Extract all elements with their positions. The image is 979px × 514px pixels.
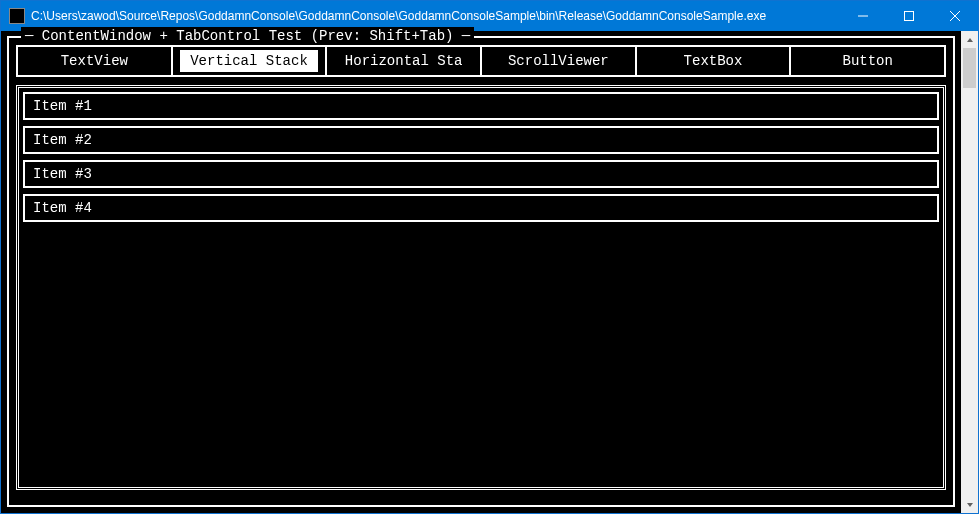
app-window: C:\Users\zawod\Source\Repos\GoddamnConso… — [0, 0, 979, 514]
client-area: ─ ContentWindow + TabControl Test (Prev:… — [1, 31, 978, 513]
tab-scrollviewer[interactable]: ScrollViewer — [480, 45, 637, 77]
list-item-label: Item #2 — [33, 132, 92, 148]
scroll-thumb[interactable] — [963, 48, 976, 88]
tab-label: Horizontal Sta — [345, 53, 463, 69]
scroll-up-button[interactable] — [961, 31, 978, 48]
tab-textbox[interactable]: TextBox — [635, 45, 792, 77]
list-item[interactable]: Item #4 — [23, 194, 939, 222]
list-item-label: Item #1 — [33, 98, 92, 114]
content-window-frame: ─ ContentWindow + TabControl Test (Prev:… — [7, 36, 955, 507]
tab-vertical-stack[interactable]: Vertical Stack — [171, 45, 328, 77]
minimize-button[interactable] — [840, 1, 886, 31]
list-item[interactable]: Item #3 — [23, 160, 939, 188]
tab-button[interactable]: Button — [789, 45, 946, 77]
close-button[interactable] — [932, 1, 978, 31]
tab-label: ScrollViewer — [508, 53, 609, 69]
window-title: C:\Users\zawod\Source\Repos\GoddamnConso… — [31, 9, 840, 23]
vertical-scrollbar[interactable] — [961, 31, 978, 513]
svg-marker-4 — [967, 38, 973, 42]
app-icon — [9, 8, 25, 24]
chevron-down-icon — [966, 501, 974, 509]
scroll-track[interactable] — [961, 48, 978, 496]
minimize-icon — [858, 11, 868, 21]
tab-label: Vertical Stack — [180, 50, 319, 72]
maximize-button[interactable] — [886, 1, 932, 31]
tab-label: TextBox — [684, 53, 743, 69]
list-item-label: Item #4 — [33, 200, 92, 216]
close-icon — [950, 11, 960, 21]
tab-horizontal-stack[interactable]: Horizontal Sta — [325, 45, 482, 77]
svg-rect-1 — [905, 12, 914, 21]
chevron-up-icon — [966, 36, 974, 44]
scroll-down-button[interactable] — [961, 496, 978, 513]
list-item-label: Item #3 — [33, 166, 92, 182]
tab-label: TextView — [61, 53, 128, 69]
console-area: ─ ContentWindow + TabControl Test (Prev:… — [1, 31, 961, 513]
frame-title: ─ ContentWindow + TabControl Test (Prev:… — [21, 27, 474, 45]
svg-marker-5 — [967, 503, 973, 507]
tab-content: Item #1 Item #2 Item #3 Item #4 — [16, 85, 946, 490]
tab-label: Button — [842, 53, 892, 69]
list-item[interactable]: Item #2 — [23, 126, 939, 154]
list-item[interactable]: Item #1 — [23, 92, 939, 120]
tab-textview[interactable]: TextView — [16, 45, 173, 77]
maximize-icon — [904, 11, 914, 21]
tab-bar: TextView Vertical Stack Horizontal Sta S… — [16, 45, 946, 77]
